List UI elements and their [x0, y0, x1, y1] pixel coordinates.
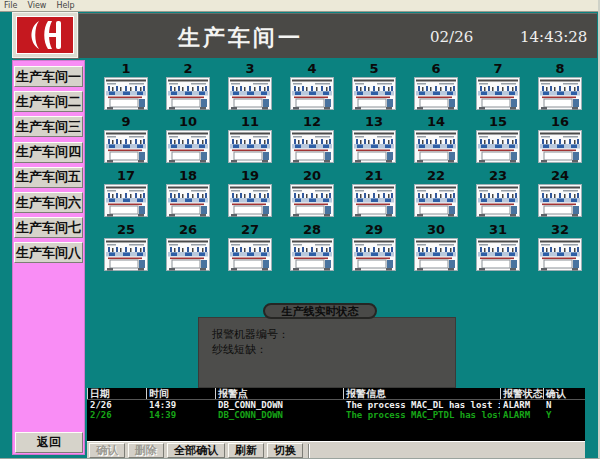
machine-number: 26: [162, 223, 214, 237]
machine-icon: [476, 77, 520, 110]
sidebar-item-workshop-6[interactable]: 生产车间六: [14, 192, 83, 213]
machine-cell-4[interactable]: 4: [286, 62, 338, 110]
table-cell: ALARM: [500, 410, 543, 420]
machine-cell-31[interactable]: 31: [472, 223, 524, 271]
machine-cell-5[interactable]: 5: [348, 62, 400, 110]
column-header: 日期: [87, 388, 146, 399]
table-cell: Y: [543, 410, 585, 420]
machine-cell-2[interactable]: 2: [162, 62, 214, 110]
table-cell: DB_CONN_DOWN: [215, 410, 343, 420]
sidebar-item-workshop-3[interactable]: 生产车间三: [14, 116, 83, 137]
machine-number: 14: [410, 115, 462, 129]
machine-number: 22: [410, 169, 462, 183]
machine-cell-10[interactable]: 10: [162, 115, 214, 163]
machine-cell-16[interactable]: 16: [534, 115, 586, 163]
sidebar-item-workshop-4[interactable]: 生产车间四: [14, 142, 83, 163]
machine-number: 9: [100, 115, 152, 129]
sidebar-item-workshop-7[interactable]: 生产车间七: [14, 217, 83, 238]
machine-cell-29[interactable]: 29: [348, 223, 400, 271]
machine-cell-7[interactable]: 7: [472, 62, 524, 110]
machine-cell-30[interactable]: 30: [410, 223, 462, 271]
logo-red-badge: [16, 16, 74, 54]
menu-item-file[interactable]: File: [4, 1, 17, 10]
machine-number: 19: [224, 169, 276, 183]
machine-icon: [352, 77, 396, 110]
machine-icon: [104, 238, 148, 271]
toolbar-divider: [308, 444, 310, 458]
sidebar-item-workshop-8[interactable]: 生产车间八: [14, 242, 83, 263]
machine-cell-26[interactable]: 26: [162, 223, 214, 271]
return-button[interactable]: 返回: [15, 432, 83, 453]
alarm-machine-label: 报警机器编号：: [212, 327, 455, 342]
sidebar-item-workshop-5[interactable]: 生产车间五: [14, 167, 83, 188]
machine-icon: [414, 130, 458, 163]
machine-number: 32: [534, 223, 586, 237]
machine-icon: [290, 184, 334, 217]
status-panel-title: 生产线实时状态: [263, 303, 377, 319]
machine-cell-17[interactable]: 17: [100, 169, 152, 217]
alarm-table-body: 2/2614:39DB_CONN_DOWNThe process MAC_DL …: [87, 400, 585, 420]
machine-number: 3: [224, 62, 276, 76]
machine-cell-20[interactable]: 20: [286, 169, 338, 217]
time-display: 14:43:28: [520, 28, 587, 46]
machine-cell-15[interactable]: 15: [472, 115, 524, 163]
machine-cell-1[interactable]: 1: [100, 62, 152, 110]
machine-icon: [476, 184, 520, 217]
machine-icon: [538, 130, 582, 163]
machine-icon: [476, 238, 520, 271]
machine-number: 1: [100, 62, 152, 76]
machine-cell-18[interactable]: 18: [162, 169, 214, 217]
column-header: 报警点: [215, 388, 343, 399]
switch-button[interactable]: 切换: [267, 443, 303, 458]
machine-icon: [228, 238, 272, 271]
machine-cell-9[interactable]: 9: [100, 115, 152, 163]
machine-cell-27[interactable]: 27: [224, 223, 276, 271]
machine-cell-24[interactable]: 24: [534, 169, 586, 217]
machine-number: 17: [100, 169, 152, 183]
sidebar-item-workshop-1[interactable]: 生产车间一: [14, 66, 83, 87]
confirm-button: 确认: [89, 443, 125, 458]
machine-icon: [414, 184, 458, 217]
workshop-sidebar: 生产车间一生产车间二生产车间三生产车间四生产车间五生产车间六生产车间七生产车间八…: [12, 60, 85, 455]
machine-cell-3[interactable]: 3: [224, 62, 276, 110]
alarm-status-panel: 报警机器编号： 纱线短缺：: [198, 317, 456, 388]
column-header: 报警状态: [500, 388, 543, 399]
logo-h-icon: [24, 17, 66, 53]
table-cell: The process MAC_PTDL has lost its...: [343, 410, 500, 420]
machine-cell-23[interactable]: 23: [472, 169, 524, 217]
machine-cell-28[interactable]: 28: [286, 223, 338, 271]
table-row[interactable]: 2/2614:39DB_CONN_DOWNThe process MAC_PTD…: [87, 410, 585, 420]
machine-cell-14[interactable]: 14: [410, 115, 462, 163]
machine-cell-13[interactable]: 13: [348, 115, 400, 163]
machine-icon: [476, 130, 520, 163]
sidebar-item-workshop-2[interactable]: 生产车间二: [14, 91, 83, 112]
machine-cell-25[interactable]: 25: [100, 223, 152, 271]
machine-number: 28: [286, 223, 338, 237]
machine-number: 23: [472, 169, 524, 183]
table-cell: 14:39: [146, 400, 215, 410]
machine-icon: [538, 77, 582, 110]
machine-cell-19[interactable]: 19: [224, 169, 276, 217]
table-row[interactable]: 2/2614:39DB_CONN_DOWNThe process MAC_DL …: [87, 400, 585, 410]
alarm-table[interactable]: 日期时间报警点报警信息报警状态确认 2/2614:39DB_CONN_DOWNT…: [87, 388, 585, 441]
column-header: 报警信息: [343, 388, 500, 399]
machine-cell-12[interactable]: 12: [286, 115, 338, 163]
machine-icon: [290, 77, 334, 110]
refresh-button[interactable]: 刷新: [228, 443, 264, 458]
confirm-all-button[interactable]: 全部确认: [167, 443, 225, 458]
menu-item-help[interactable]: Help: [56, 1, 74, 10]
page-title: 生产车间一: [178, 23, 303, 53]
machine-cell-8[interactable]: 8: [534, 62, 586, 110]
machine-icon: [352, 238, 396, 271]
workshop-screen: FileViewHelp 生产车间一 02/26 14:43:28 生产车间一生…: [0, 0, 600, 459]
machine-cell-6[interactable]: 6: [410, 62, 462, 110]
machine-number: 16: [534, 115, 586, 129]
machine-cell-21[interactable]: 21: [348, 169, 400, 217]
machine-cell-11[interactable]: 11: [224, 115, 276, 163]
table-cell: N: [543, 400, 585, 410]
machine-icon: [166, 184, 210, 217]
machine-cell-32[interactable]: 32: [534, 223, 586, 271]
machine-cell-22[interactable]: 22: [410, 169, 462, 217]
menu-item-view[interactable]: View: [27, 1, 46, 10]
machine-icon: [166, 130, 210, 163]
